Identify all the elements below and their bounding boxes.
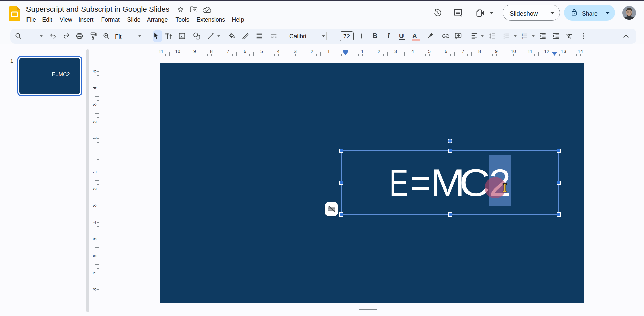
svg-text:3: 3 <box>522 37 523 39</box>
